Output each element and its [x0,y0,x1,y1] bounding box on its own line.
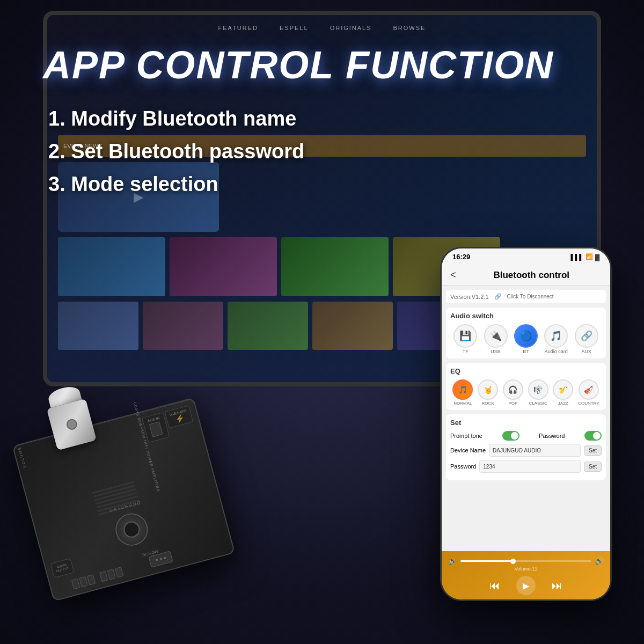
player-bar: 🔉 🔊 Volume:11 ⏮ [442,551,610,599]
audio-btn-usb[interactable]: 🔌 USB [484,324,508,354]
screen-title: Bluetooth control [462,270,602,281]
device-name-label: Device Name [450,447,486,453]
eq-classic-label: CLASSIC [529,401,547,406]
play-button[interactable]: ▶ [516,576,536,595]
tf-icon: 💾 [453,324,477,348]
audiocard-icon: 🎵 [544,324,568,348]
prompt-tone-row: Prompt tone Password [450,431,602,441]
eq-pop-icon: 🎧 [503,379,523,400]
volume-label: Volume:11 [448,566,604,572]
phone: 16:29 ▌▌▌ 📶 ▓ < Bluetooth control [429,247,623,633]
audio-btn-audiocard[interactable]: 🎵 Audio card [544,324,568,354]
disconnect-icon: 🔗 [494,293,502,300]
disconnect-link[interactable]: Click To Disconnect [507,294,554,299]
app-content: Version:V1.2.1 🔗 Click To Disconnect Aud… [442,286,610,551]
eq-country-icon: 🎻 [579,379,599,400]
eq-classic-icon: 🎼 [528,379,548,400]
board-logo [112,510,151,549]
volume-up-icon[interactable]: 🔊 [595,557,604,565]
audio-btn-aux[interactable]: 🔗 AUX [575,324,598,354]
eq-rock-label: ROCK [482,401,494,406]
eq-row: 🎵 NORMAL 🤘 ROCK 🎧 POP [450,379,602,406]
progress-fill [460,560,513,562]
wifi-icon: 📶 [586,253,593,260]
settings-title: Set [450,419,602,427]
eq-country-label: COUNTRY [578,401,599,406]
audio-switch-card: Audio switch 💾 TF 🔌 USB 🔵 [446,308,606,358]
eq-pop-label: POP [508,401,517,406]
feature-3: 3. Mode selection [48,173,304,196]
prompt-tone-label: Prompt tone [450,433,482,439]
eq-jazz-icon: 🎷 [553,379,573,400]
status-time: 16:29 [452,253,470,261]
signal-icon: ▌▌▌ [571,254,583,260]
bt-icon: 🔵 [514,324,538,348]
device-name-row: Device Name Set [450,444,602,457]
password-input[interactable] [479,460,581,473]
main-title: APP CONTROL FUNCTION [43,43,554,87]
audio-btn-tf[interactable]: 💾 TF [453,324,477,354]
eq-btn-jazz[interactable]: 🎷 JAZZ [553,379,573,406]
features-list: 1. Modify Bluetooth name 2. Set Bluetoot… [48,107,304,206]
version-label: Version:V1.2.1 [450,294,489,300]
progress-thumb [510,559,516,564]
device-name-set-button[interactable]: Set [584,445,602,456]
audio-switch-title: Audio switch [450,312,602,320]
feature-1: 1. Modify Bluetooth name [48,107,304,130]
settings-card: Set Prompt tone Password Device Name Set [446,414,606,480]
audio-btn-bt[interactable]: 🔵 BT [514,324,538,354]
password-field-label: Password [450,463,476,470]
status-bar: 16:29 ▌▌▌ 📶 ▓ [442,248,610,265]
next-button[interactable]: ⏭ [552,580,562,592]
eq-btn-country[interactable]: 🎻 COUNTRY [578,379,599,406]
usb-label: USB [491,349,501,354]
password-row: Password Set [450,460,602,473]
version-row: Version:V1.2.1 🔗 Click To Disconnect [446,290,606,303]
eq-normal-icon: 🎵 [452,379,473,400]
play-icon: ▶ [523,581,529,591]
password-set-button[interactable]: Set [584,462,602,472]
player-controls: ⏮ ▶ ⏭ [448,576,604,595]
progress-area: 🔉 🔊 Volume:11 [448,557,604,572]
eq-rock-icon: 🤘 [478,379,498,400]
aux-icon: 🔗 [575,324,598,348]
eq-btn-normal[interactable]: 🎵 NORMAL [452,379,473,406]
status-icons: ▌▌▌ 📶 ▓ [571,253,599,260]
volume-down-icon[interactable]: 🔉 [448,557,457,565]
main-content: APP CONTROL FUNCTION 1. Modify Bluetooth… [0,0,644,644]
audiocard-label: Audio card [545,349,568,354]
eq-jazz-label: JAZZ [558,401,568,406]
nav-bar[interactable]: < Bluetooth control [442,265,610,286]
prompt-tone-toggle[interactable] [502,431,519,441]
audio-switch-row: 💾 TF 🔌 USB 🔵 BT [450,324,602,354]
board-body: VOLUME AUX IN USB AUDIO ⚡ [12,397,235,601]
eq-normal-label: NORMAL [453,401,472,406]
aux-label: AUX [581,349,591,354]
back-button[interactable]: < [450,269,456,281]
password-label-inline: Password [539,433,565,439]
device-name-input[interactable] [489,444,581,457]
eq-card: EQ 🎵 NORMAL 🤘 ROCK 🎧 [446,363,606,410]
password-toggle[interactable] [584,431,602,441]
feature-2: 2. Set Bluetooth password [48,140,304,163]
prev-button[interactable]: ⏮ [489,580,500,592]
bt-label: BT [523,349,529,354]
tf-label: TF [463,349,469,354]
phone-screen: 16:29 ▌▌▌ 📶 ▓ < Bluetooth control [442,248,610,599]
eq-btn-classic[interactable]: 🎼 CLASSIC [528,379,548,406]
progress-track[interactable] [460,560,591,562]
eq-btn-pop[interactable]: 🎧 POP [503,379,523,406]
phone-frame: 16:29 ▌▌▌ 📶 ▓ < Bluetooth control [440,247,612,601]
battery-icon: ▓ [595,254,599,260]
eq-title: EQ [450,367,602,375]
amplifier-board: VOLUME AUX IN USB AUDIO ⚡ [0,352,257,625]
usb-icon: 🔌 [484,324,508,348]
eq-btn-rock[interactable]: 🤘 ROCK [478,379,498,406]
